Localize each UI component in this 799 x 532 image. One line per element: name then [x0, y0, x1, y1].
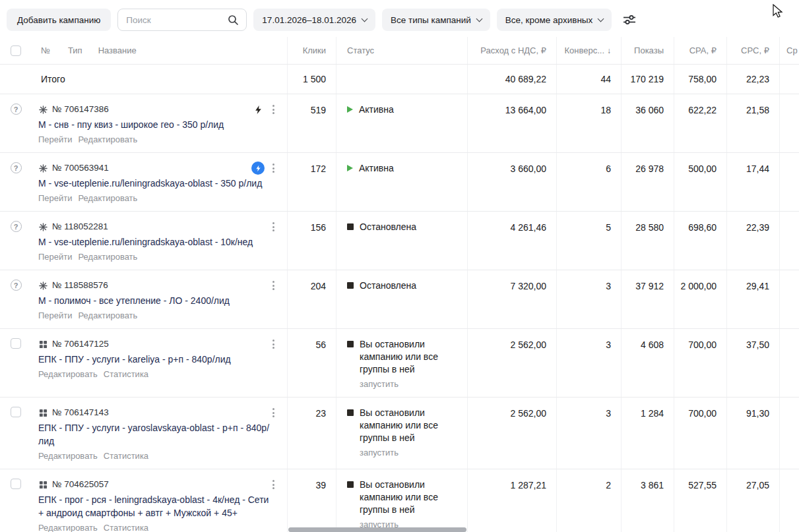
spend-value: 2 562,00	[467, 398, 556, 469]
campaign-name-link[interactable]: М - vse-uteplenie.ru/leningradskaya-obla…	[38, 177, 278, 190]
column-header-extra[interactable]: Ср	[779, 37, 799, 64]
help-icon[interactable]	[11, 221, 22, 232]
stop-icon	[347, 223, 354, 230]
totals-impressions: 170 219	[621, 65, 674, 94]
column-header-type[interactable]: Тип	[68, 45, 82, 55]
column-header-status[interactable]: Статус	[336, 37, 467, 64]
kebab-menu-icon[interactable]	[269, 338, 278, 351]
campaign-type-icon	[38, 340, 48, 349]
campaign-name-link[interactable]: М - полимоч - все утепление - ЛО - 2400/…	[38, 294, 278, 307]
status-label: Остановлена	[360, 280, 416, 292]
select-all-checkbox[interactable]	[11, 45, 21, 56]
campaign-action-link-2[interactable]: Редактировать	[79, 310, 138, 322]
column-header-cpc[interactable]: CPC, ₽	[726, 37, 779, 64]
table-row: № 118052281 М - vse-uteplenie.ru/leningr…	[0, 212, 799, 270]
table-settings-button[interactable]	[618, 9, 641, 31]
campaign-type-select[interactable]: Все типы кампаний	[382, 9, 490, 31]
sort-desc-arrow-icon[interactable]	[607, 46, 611, 55]
campaign-action-link-1[interactable]: Редактировать	[38, 522, 98, 532]
campaign-name-link[interactable]: М - vse-uteplenie.ru/leningradskaya-obla…	[38, 235, 278, 249]
clicks-value: 56	[287, 329, 336, 397]
conversions-value: 3	[556, 398, 621, 469]
campaign-action-link-2[interactable]: Статистика	[104, 450, 148, 462]
status-cell: Остановлена	[336, 270, 467, 328]
row-checkbox[interactable]	[11, 338, 21, 349]
column-header-conversions[interactable]: Конверс...	[556, 37, 621, 64]
date-range-select[interactable]: 17.01.2026–18.01.2026	[253, 9, 375, 31]
help-icon[interactable]	[11, 162, 22, 173]
conversions-value: 6	[556, 153, 621, 211]
campaign-action-link-2[interactable]: Редактировать	[79, 192, 138, 204]
help-icon[interactable]	[11, 280, 22, 291]
kebab-menu-icon[interactable]	[269, 478, 278, 491]
horizontal-scrollbar-thumb[interactable]	[288, 527, 466, 532]
campaign-name-link[interactable]: ЕПК - ППУ - услуги - kareliya - р+п - 84…	[38, 353, 278, 366]
campaign-action-link-2[interactable]: Редактировать	[79, 134, 138, 146]
campaign-action-link-2[interactable]: Статистика	[104, 522, 148, 532]
cpa-value: 700,00	[674, 329, 726, 397]
column-header-impressions[interactable]: Показы	[621, 37, 674, 64]
chevron-down-icon	[362, 15, 368, 22]
search-icon[interactable]	[228, 15, 239, 26]
kebab-menu-icon[interactable]	[269, 279, 278, 292]
row-checkbox[interactable]	[11, 407, 21, 417]
stop-icon	[347, 341, 354, 347]
cpa-value: 622,22	[674, 94, 726, 152]
toolbar: Добавить кампанию 17.01.2026–18.01.2026 …	[0, 0, 799, 37]
column-header-spend[interactable]: Расход с НДС, ₽	[467, 37, 556, 64]
play-icon	[347, 165, 353, 171]
campaign-name-link[interactable]: ЕПК - ППУ - услуги - yaroslavskaya-oblas…	[38, 421, 278, 448]
kebab-menu-icon[interactable]	[269, 406, 278, 419]
cpc-value: 22,39	[726, 212, 779, 270]
lightning-badge-icon[interactable]	[251, 162, 265, 175]
status-label: Активна	[359, 162, 394, 175]
search-field[interactable]	[117, 9, 247, 31]
column-header-num[interactable]: №	[41, 45, 50, 55]
impressions-value: 28 580	[621, 212, 674, 270]
table-row: № 706147386 М - снв - ппу квиз - широкое…	[0, 94, 799, 153]
campaign-type-value: Все типы кампаний	[391, 15, 471, 25]
archive-filter-select[interactable]: Все, кроме архивных	[497, 9, 612, 31]
campaign-type-icon	[38, 105, 48, 114]
column-header-name[interactable]: Название	[98, 45, 137, 55]
kebab-menu-icon[interactable]	[269, 103, 278, 116]
cpa-value: 527,55	[674, 469, 726, 532]
impressions-value: 4 608	[621, 329, 674, 397]
help-icon[interactable]	[11, 103, 22, 115]
impressions-value: 3 861	[621, 469, 674, 532]
cpc-value: 29,41	[726, 270, 779, 328]
cpc-value: 21,58	[726, 94, 779, 152]
campaign-action-link-1[interactable]: Перейти	[38, 310, 73, 322]
impressions-value: 26 978	[621, 153, 674, 211]
campaign-action-link-1[interactable]: Редактировать	[38, 369, 98, 380]
search-input[interactable]	[126, 15, 224, 25]
lightning-badge-icon[interactable]	[251, 103, 265, 116]
start-campaign-link[interactable]: запустить	[360, 446, 453, 459]
spend-value: 4 261,46	[467, 212, 556, 270]
cpc-value: 27,05	[726, 469, 779, 532]
spend-value: 1 287,21	[467, 469, 556, 532]
date-range-value: 17.01.2026–18.01.2026	[262, 15, 356, 25]
campaign-action-link-1[interactable]: Перейти	[38, 192, 73, 204]
campaign-name-link[interactable]: М - снв - ппу квиз - широкое гео - 350 р…	[38, 118, 278, 131]
campaign-id: № 118588576	[52, 279, 108, 292]
campaign-action-link-1[interactable]: Редактировать	[38, 450, 98, 462]
start-campaign-link[interactable]: запустить	[360, 378, 453, 390]
campaign-action-link-1[interactable]: Перейти	[38, 251, 73, 263]
kebab-menu-icon[interactable]	[269, 162, 278, 175]
campaign-action-link-1[interactable]: Перейти	[38, 134, 73, 146]
column-header-clicks[interactable]: Клики	[287, 37, 336, 64]
campaign-action-link-2[interactable]: Статистика	[104, 369, 148, 380]
column-header-cpa[interactable]: CPA, ₽	[674, 37, 726, 64]
chevron-down-icon	[598, 15, 604, 22]
campaign-action-link-2[interactable]: Редактировать	[79, 251, 138, 263]
campaign-type-icon	[38, 281, 48, 290]
row-checkbox[interactable]	[11, 479, 21, 489]
cpc-value: 91,30	[726, 398, 779, 469]
add-campaign-button[interactable]: Добавить кампанию	[7, 9, 111, 31]
campaign-name-link[interactable]: ЕПК - прог - рся - leningradskaya-oblast…	[38, 493, 278, 519]
clicks-value: 39	[287, 469, 336, 532]
status-label: Вы остановили кампанию или все группы в …	[360, 407, 453, 444]
clicks-value: 204	[287, 270, 336, 328]
kebab-menu-icon[interactable]	[269, 220, 278, 233]
